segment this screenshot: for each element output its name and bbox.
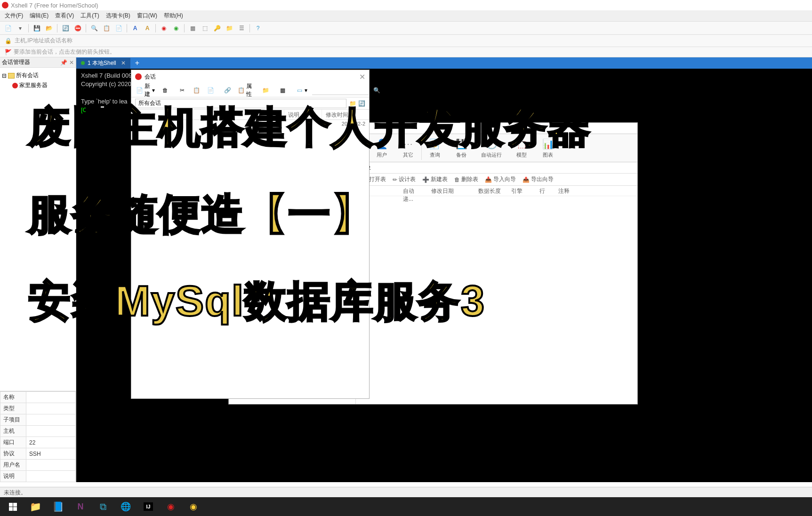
windows-logo-icon <box>9 503 17 511</box>
menu-view[interactable]: 查看(V) <box>55 12 74 20</box>
paste-icon: 📄 <box>207 87 214 94</box>
dialog-toolbar: 📄新建 ▾ 🗑 ✂ 📋 📄 🔗 📋属性 📁 ▦ ▭ ▾ 🔍 <box>131 83 369 97</box>
start-button[interactable] <box>2 498 24 516</box>
disconnect-icon[interactable]: ⛔ <box>73 24 82 32</box>
task-navicat[interactable]: ◉ <box>183 498 204 516</box>
col-mdate[interactable]: 修改日期 <box>426 186 474 196</box>
object-bar: 对象 <box>356 162 637 174</box>
tree-item[interactable]: 家里服务器 <box>2 80 74 90</box>
folder-button[interactable]: 📁 <box>260 86 271 95</box>
prop-proto-key: 协议 <box>0 448 26 460</box>
delete-icon: 🗑 <box>161 87 169 94</box>
dropdown-icon[interactable]: ▾ <box>16 24 24 32</box>
prop-desc-key: 说明 <box>0 471 26 482</box>
task-app-1[interactable]: 📘 <box>47 498 69 516</box>
col-auto[interactable]: 自动递... <box>398 186 426 196</box>
reconnect-icon[interactable]: 🔄 <box>61 24 70 32</box>
task-intellij[interactable]: IJ <box>137 498 159 516</box>
action-design[interactable]: ✏设计表 <box>393 175 416 183</box>
new-button[interactable]: 📄新建 ▾ <box>134 81 157 99</box>
menu-edit[interactable]: 编辑(E) <box>30 12 48 20</box>
session-properties: 名称 类型 子项目 主机 端口22 协议SSH 用户名 说明 <box>0 391 76 482</box>
dialog-logo-icon <box>135 73 142 80</box>
folder-icon: 📁 <box>262 87 269 94</box>
separator <box>184 24 185 32</box>
font-icon-2[interactable]: A <box>143 24 152 32</box>
grid-icon: ▦ <box>279 87 286 94</box>
vscode-icon: ⧉ <box>100 501 106 512</box>
key-icon[interactable]: 🔑 <box>213 24 221 32</box>
copy-button[interactable]: 📋 <box>191 86 202 95</box>
terminal-tab-label: 1 本地Shell <box>88 59 116 67</box>
chrome-icon: 🌐 <box>121 501 131 512</box>
task-onenote[interactable]: N <box>70 498 91 516</box>
font-icon[interactable]: A <box>131 24 139 32</box>
tool-icon[interactable]: ▦ <box>188 24 197 32</box>
tool-icon-2[interactable]: ⬚ <box>201 24 209 32</box>
folder-icon <box>8 73 15 79</box>
menu-tools[interactable]: 工具(T) <box>80 12 99 20</box>
copy-icon[interactable]: 📋 <box>102 24 111 32</box>
tab-close-icon[interactable]: ✕ <box>121 60 126 66</box>
menubar: 文件(F) 编辑(E) 查看(V) 工具(T) 选项卡(B) 窗口(W) 帮助(… <box>0 10 812 22</box>
paste-button[interactable]: 📄 <box>205 86 216 95</box>
app-titlebar: Xshell 7 (Free for Home/School) <box>0 0 812 10</box>
search-icon[interactable]: 🔍 <box>90 24 98 32</box>
pin-icon[interactable]: 📌 <box>60 59 67 66</box>
view-button[interactable]: ▦ <box>277 86 288 95</box>
save-icon[interactable]: 💾 <box>32 24 41 32</box>
tree-root[interactable]: ⊟ 所有会话 <box>2 71 74 80</box>
help-icon[interactable]: ? <box>254 24 262 32</box>
prop-sub-val <box>26 414 76 426</box>
props-button[interactable]: 📋属性 <box>236 81 254 99</box>
task-explorer[interactable]: 📁 <box>24 498 46 516</box>
connect-button[interactable]: 🔗 <box>222 86 233 95</box>
new-session-icon[interactable]: 📄 <box>4 24 12 32</box>
hint-text: 要添加当前会话，点击左侧的箭头按钮。 <box>14 48 115 56</box>
menu-help[interactable]: 帮助(H) <box>164 12 183 20</box>
session-manager-label: 会话管理器 <box>2 58 30 66</box>
col-dlen[interactable]: 数据长度 <box>474 186 506 196</box>
task-xshell[interactable]: ◉ <box>160 498 182 516</box>
cut-button[interactable]: ✂ <box>177 86 188 95</box>
delete-button[interactable]: 🗑 <box>160 86 171 95</box>
prop-name-key: 名称 <box>0 392 26 403</box>
terminal-tabs: 1 本地Shell ✕ + <box>76 57 812 69</box>
list-icon[interactable]: ☰ <box>237 24 246 32</box>
col-engine[interactable]: 引擎 <box>506 186 535 196</box>
action-new[interactable]: ➕新建表 <box>422 175 448 183</box>
col-comment[interactable]: 注释 <box>554 186 574 196</box>
layout-button[interactable]: ▭ ▾ <box>294 86 309 95</box>
overlay-title-2: 服务随便造【一】 <box>28 186 375 243</box>
task-vscode[interactable]: ⧉ <box>92 498 114 516</box>
terminal-tab[interactable]: 1 本地Shell ✕ <box>76 58 130 69</box>
menu-file[interactable]: 文件(F) <box>5 12 23 20</box>
col-rows[interactable]: 行 <box>535 186 554 196</box>
xftp-icon[interactable]: ◉ <box>172 24 180 32</box>
prop-desc-val <box>26 471 76 482</box>
separator <box>57 24 57 32</box>
address-bar[interactable]: 🔒 主机,IP地址或会话名称 <box>0 35 812 47</box>
collapse-icon[interactable]: ⊟ <box>2 72 7 79</box>
tree-root-label: 所有会话 <box>16 71 39 79</box>
close-icon[interactable]: ✕ <box>69 59 74 66</box>
action-bar: 📂打开表 ✏设计表 ➕新建表 🗑删除表 📥导入向导 📤导出向导 <box>356 174 637 186</box>
tab-add-button[interactable]: + <box>130 59 144 67</box>
action-import[interactable]: 📥导入向导 <box>485 175 516 183</box>
task-chrome[interactable]: 🌐 <box>115 498 137 516</box>
intellij-icon: IJ <box>144 502 153 511</box>
paste-icon[interactable]: 📄 <box>114 24 123 32</box>
dialog-search-input[interactable] <box>312 86 369 95</box>
action-delete[interactable]: 🗑删除表 <box>454 175 478 183</box>
folder-icon[interactable]: 📁 <box>225 24 233 32</box>
design-icon: ✏ <box>393 176 397 183</box>
menu-tabs[interactable]: 选项卡(B) <box>106 12 130 20</box>
session-manager-title: 会话管理器 📌 ✕ <box>0 57 76 68</box>
menu-window[interactable]: 窗口(W) <box>137 12 157 20</box>
action-export[interactable]: 📤导出向导 <box>523 175 554 183</box>
xshell-icon[interactable]: ◉ <box>160 24 168 32</box>
search-icon[interactable]: 🔍 <box>373 87 380 94</box>
cut-icon: ✂ <box>178 87 186 94</box>
open-icon[interactable]: 📂 <box>45 24 53 32</box>
dialog-close-icon[interactable]: ✕ <box>359 72 365 81</box>
